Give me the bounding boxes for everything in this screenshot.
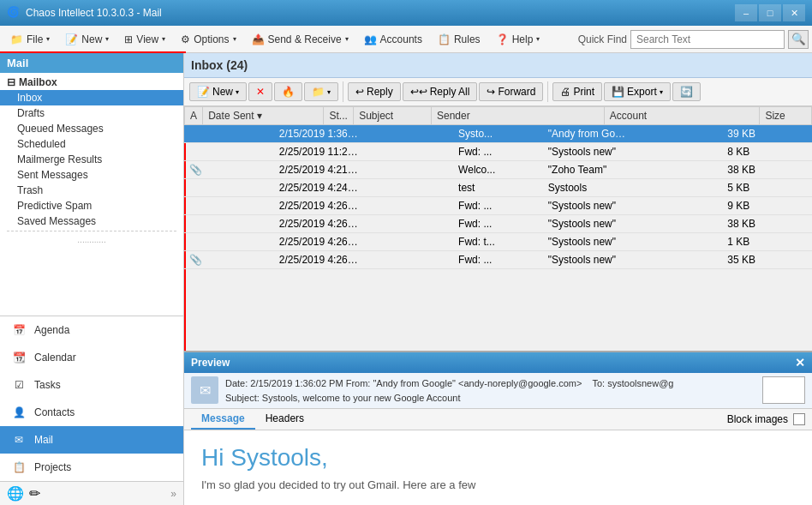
preview-tabs: Message Headers Block images [184, 409, 812, 430]
options-icon: ⚙ [181, 33, 190, 45]
maximize-button[interactable]: □ [759, 4, 781, 21]
forward-button[interactable]: ↪ Forward [479, 82, 543, 101]
left-panel: Mail ⊟ Mailbox Inbox Drafts Queued Messa… [0, 53, 184, 505]
search-button[interactable]: 🔍 [788, 30, 809, 49]
email-rows-wrap: 2/15/2019 1:36 PM Systo... "Andy from Go… [184, 125, 812, 351]
cell-account-0 [633, 125, 723, 143]
cell-date-7: 2/25/2019 4:26 PM [274, 251, 364, 269]
table-row[interactable]: 📎 2/25/2019 4:21 PM Welco... "Zoho Team"… [184, 161, 812, 179]
preview-close-button[interactable]: ✕ [795, 356, 805, 370]
nav-expand-arrow[interactable]: » [170, 488, 176, 500]
menu-send-receive[interactable]: 📤 Send & Receive ▾ [245, 30, 355, 49]
collapse-icon: ⊟ [7, 76, 15, 88]
preview-to: To: systoolsnew@g [592, 378, 673, 388]
move-button[interactable]: 📁 ▾ [304, 82, 338, 101]
nav-mail[interactable]: ✉ Mail [0, 426, 183, 454]
nav-items: 📅 Agenda 📆 Calendar ☑ Tasks 👤 Contacts ✉… [0, 316, 183, 481]
mail-header: Mail [0, 53, 183, 73]
cell-subject-5: Fwd: ... [453, 215, 543, 233]
help-icon: ❓ [496, 33, 509, 45]
tab-message[interactable]: Message [191, 409, 255, 430]
block-images-checkbox[interactable] [793, 413, 805, 425]
tab-headers[interactable]: Headers [255, 409, 314, 430]
col-header-st[interactable]: St... [324, 107, 354, 125]
nav-tasks[interactable]: ☑ Tasks [0, 371, 183, 399]
menu-view[interactable]: ⊞ View ▾ [117, 30, 172, 49]
fire-button[interactable]: 🔥 [274, 82, 302, 101]
cell-account-3 [633, 179, 723, 197]
cell-subject-1: Fwd: ... [453, 143, 543, 161]
col-header-a[interactable]: A [185, 107, 203, 125]
preview-greeting: Hi Systools, [201, 444, 795, 472]
table-row[interactable]: 2/25/2019 4:26 PM Fwd: t... "Systools ne… [184, 233, 812, 251]
col-header-sender[interactable]: Sender [431, 107, 604, 125]
reply-all-button[interactable]: ↩↩ Reply All [403, 82, 478, 101]
preview-date: Date: 2/15/2019 1:36:02 PM [225, 378, 343, 388]
refresh-button[interactable]: 🔄 [672, 82, 701, 101]
search-input[interactable] [630, 30, 785, 49]
projects-icon: 📋 [10, 459, 27, 476]
nav-icon-small: 🌐 [7, 485, 24, 502]
table-row[interactable]: 2/25/2019 4:24 PM test Systools 5 KB [184, 179, 812, 197]
title-bar: 🌀 Chaos Intellect 10.3.0.3 - Mail – □ ✕ [0, 0, 812, 26]
cell-date-5: 2/25/2019 4:26 PM [274, 215, 364, 233]
right-panel: Inbox (24) 📝 New ▾ ✕ 🔥 📁 ▾ ↩ Reply [184, 53, 812, 505]
col-header-size[interactable]: Size [760, 107, 812, 125]
cell-status-7 [363, 251, 453, 269]
tree-saved[interactable]: Saved Messages [0, 213, 183, 229]
reply-button[interactable]: ↩ Reply [348, 82, 401, 101]
new-button[interactable]: 📝 New ▾ [189, 82, 247, 101]
tree-spam[interactable]: Predictive Spam [0, 198, 183, 213]
tree-drafts[interactable]: Drafts [0, 105, 183, 121]
fire-icon: 🔥 [282, 86, 295, 98]
tree-inbox[interactable]: Inbox [0, 90, 183, 105]
menu-rules[interactable]: 📋 Rules [431, 30, 487, 49]
view-arrow: ▾ [162, 35, 165, 43]
col-header-account[interactable]: Account [604, 107, 760, 125]
cell-date-2: 2/25/2019 4:21 PM [274, 161, 364, 179]
table-row[interactable]: 2/25/2019 11:25 AM Fwd: ... "Systools ne… [184, 143, 812, 161]
toolbar-sep1 [343, 81, 343, 102]
menu-new[interactable]: 📝 New ▾ [58, 30, 116, 49]
cell-subject-2: Welco... [453, 161, 543, 179]
print-button[interactable]: 🖨 Print [552, 82, 602, 101]
block-images-label: Block images [727, 413, 788, 425]
menu-accounts[interactable]: 👥 Accounts [357, 30, 429, 49]
table-row[interactable]: 2/25/2019 4:26 PM Fwd: ... "Systools new… [184, 215, 812, 233]
export-arrow: ▾ [660, 88, 663, 96]
menu-file[interactable]: 📁 File ▾ [3, 30, 57, 49]
table-row[interactable]: 📎 2/25/2019 4:26 PM Fwd: ... "Systools n… [184, 251, 812, 269]
preview-pane: Preview ✕ ✉ Date: 2/15/2019 1:36:02 PM F… [184, 351, 812, 505]
tree-mailmerge[interactable]: Mailmerge Results [0, 152, 183, 167]
preview-meta-text: Date: 2/15/2019 1:36:02 PM From: "Andy f… [225, 376, 755, 405]
export-button[interactable]: 💾 Export ▾ [604, 82, 671, 101]
cell-attach-3 [184, 179, 274, 197]
cell-sender-2: "Zoho Team" [543, 161, 633, 179]
forward-icon: ↪ [487, 86, 495, 98]
tree-queued[interactable]: Queued Messages [0, 121, 183, 136]
cell-status-4 [363, 197, 453, 215]
table-row[interactable]: 2/15/2019 1:36 PM Systo... "Andy from Go… [184, 125, 812, 143]
col-header-subject[interactable]: Subject [354, 107, 432, 125]
col-header-date[interactable]: Date Sent ▾ [203, 107, 324, 125]
tree-mailbox[interactable]: ⊟ Mailbox [0, 75, 183, 90]
tree-trash[interactable]: Trash [0, 183, 183, 198]
table-row[interactable]: 2/25/2019 4:26 PM Fwd: ... "Systools new… [184, 197, 812, 215]
nav-contacts[interactable]: 👤 Contacts [0, 399, 183, 426]
minimize-button[interactable]: – [735, 4, 757, 21]
nav-edit-icon: ✏ [29, 485, 40, 502]
window-controls: – □ ✕ [735, 4, 805, 21]
nav-projects[interactable]: 📋 Projects [0, 454, 183, 481]
menu-options[interactable]: ⚙ Options ▾ [174, 30, 242, 49]
tree-sent[interactable]: Sent Messages [0, 167, 183, 183]
cell-subject-0: Systo... [453, 125, 543, 143]
tree-scheduled[interactable]: Scheduled [0, 136, 183, 152]
cell-attach-6 [184, 233, 274, 251]
nav-agenda[interactable]: 📅 Agenda [0, 316, 183, 344]
cell-sender-4: "Systools new" [543, 197, 633, 215]
nav-calendar[interactable]: 📆 Calendar [0, 344, 183, 371]
close-button[interactable]: ✕ [783, 4, 805, 21]
menu-help[interactable]: ❓ Help ▾ [489, 30, 547, 49]
cell-size-7: 35 KB [722, 251, 812, 269]
delete-button[interactable]: ✕ [248, 82, 272, 101]
